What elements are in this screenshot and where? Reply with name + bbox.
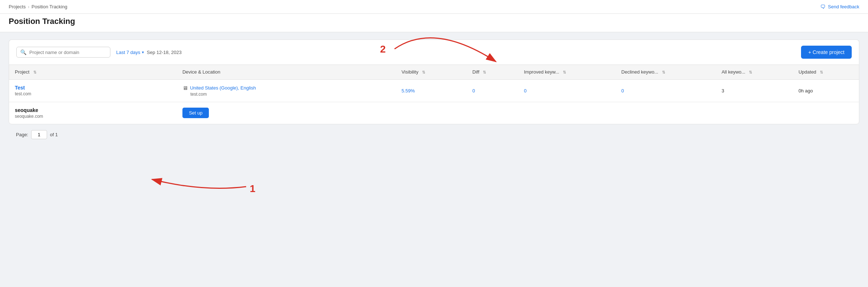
main-content: 🔍 Last 7 days ▾ Sep 12-18, 2023 + Create…: [0, 32, 868, 152]
diff-value-1: 0: [472, 88, 475, 93]
breadcrumb-projects[interactable]: Projects: [9, 4, 26, 9]
chevron-down-icon: ▾: [142, 50, 144, 55]
cell-device-1: 🖥 United States (Google), English test.c…: [177, 79, 396, 102]
date-range-button[interactable]: Last 7 days ▾: [116, 50, 144, 55]
toolbar: 🔍 Last 7 days ▾ Sep 12-18, 2023 + Create…: [9, 39, 859, 65]
device-location-link[interactable]: United States (Google), English: [190, 85, 256, 91]
sort-icon-diff[interactable]: ⇅: [482, 70, 487, 75]
monitor-icon: 🖥: [182, 85, 188, 91]
breadcrumb-separator: ›: [28, 4, 29, 9]
col-diff: Diff ⇅: [467, 65, 518, 79]
cell-updated-2: [793, 102, 859, 124]
col-declined: Declined keywo... ⇅: [616, 65, 716, 79]
project-name-test[interactable]: Test: [15, 85, 171, 91]
sort-icon-declined[interactable]: ⇅: [661, 70, 666, 75]
search-icon: 🔍: [20, 49, 26, 55]
feedback-icon: 🗨: [820, 4, 826, 10]
date-range-label: Last 7 days: [116, 50, 140, 55]
send-feedback-link[interactable]: 🗨 Send feedback: [820, 4, 859, 10]
cell-improved-1: 0: [518, 79, 615, 102]
sort-icon-updated[interactable]: ⇅: [819, 70, 824, 75]
col-allkeywords: All keywo... ⇅: [716, 65, 793, 79]
of-label: of 1: [50, 132, 58, 137]
page-label: Page:: [16, 132, 28, 137]
col-device: Device & Location: [177, 65, 396, 79]
allkeywords-value-1: 3: [721, 88, 724, 93]
svg-text:1: 1: [250, 183, 256, 194]
cell-visibility-2: [396, 102, 467, 124]
declined-value-1: 0: [621, 88, 624, 93]
date-filter: Last 7 days ▾ Sep 12-18, 2023: [116, 50, 182, 55]
updated-value-1: 0h ago: [799, 88, 813, 93]
send-feedback-label: Send feedback: [828, 4, 859, 9]
page-title: Position Tracking: [9, 17, 859, 26]
table-row: Test test.com 🖥 United States (Google), …: [9, 79, 859, 102]
breadcrumb-current: Position Tracking: [31, 4, 67, 9]
cell-device-2: Set up: [177, 102, 396, 124]
page-header: Position Tracking: [0, 14, 868, 32]
col-updated: Updated ⇅: [793, 65, 859, 79]
project-name-seoquake[interactable]: seoquake: [15, 107, 171, 113]
date-range-value: Sep 12-18, 2023: [147, 50, 182, 55]
device-domain-1: test.com: [182, 92, 390, 97]
data-table: Project ⇅ Device & Location Visibility ⇅…: [9, 65, 859, 124]
search-box[interactable]: 🔍: [16, 47, 110, 58]
cell-declined-2: [616, 102, 716, 124]
col-visibility: Visibility ⇅: [396, 65, 467, 79]
cell-declined-1: 0: [616, 79, 716, 102]
improved-value-1: 0: [524, 88, 526, 93]
col-project: Project ⇅: [9, 65, 177, 79]
create-project-button[interactable]: + Create project: [801, 46, 852, 59]
search-input[interactable]: [29, 50, 106, 55]
cell-updated-1: 0h ago: [793, 79, 859, 102]
cell-diff-2: [467, 102, 518, 124]
sort-icon-improved[interactable]: ⇅: [562, 70, 567, 75]
cell-allkeywords-1: 3: [716, 79, 793, 102]
cell-diff-1: 0: [467, 79, 518, 102]
sort-icon-project[interactable]: ⇅: [32, 70, 37, 75]
pagination: Page: of 1: [9, 124, 859, 145]
page-input[interactable]: [31, 130, 47, 139]
table-header-row: Project ⇅ Device & Location Visibility ⇅…: [9, 65, 859, 79]
project-domain-test: test.com: [15, 91, 171, 96]
col-improved: Improved keyw... ⇅: [518, 65, 615, 79]
cell-allkeywords-2: [716, 102, 793, 124]
cell-visibility-1: 5.59%: [396, 79, 467, 102]
create-project-label: + Create project: [808, 49, 844, 55]
setup-button[interactable]: Set up: [182, 108, 209, 118]
breadcrumb: Projects › Position Tracking: [9, 4, 67, 9]
sort-icon-allkeywords[interactable]: ⇅: [748, 70, 753, 75]
cell-improved-2: [518, 102, 615, 124]
sort-icon-visibility[interactable]: ⇅: [421, 70, 426, 75]
visibility-value-1: 5.59%: [401, 88, 415, 93]
project-domain-seoquake: seoquake.com: [15, 114, 171, 119]
top-bar: Projects › Position Tracking 🗨 Send feed…: [0, 0, 868, 14]
cell-project-1: Test test.com: [9, 79, 177, 102]
table-container: Project ⇅ Device & Location Visibility ⇅…: [9, 65, 859, 124]
table-row: seoquake seoquake.com Set up: [9, 102, 859, 124]
cell-project-2: seoquake seoquake.com: [9, 102, 177, 124]
